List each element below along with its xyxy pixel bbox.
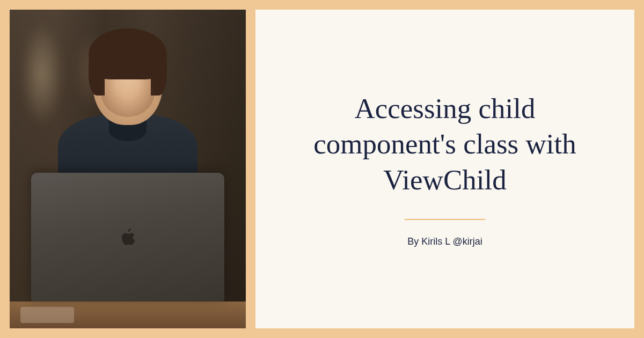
article-title: Accessing child component's class with V… [282, 91, 608, 197]
content-panel: Accessing child component's class with V… [255, 10, 634, 328]
divider [405, 219, 485, 220]
author-photo [10, 10, 246, 328]
laptop [26, 173, 230, 312]
apple-logo-icon [120, 228, 135, 246]
author-byline: By Kirils L @kirjai [407, 236, 482, 247]
social-card: Accessing child component's class with V… [10, 10, 634, 328]
